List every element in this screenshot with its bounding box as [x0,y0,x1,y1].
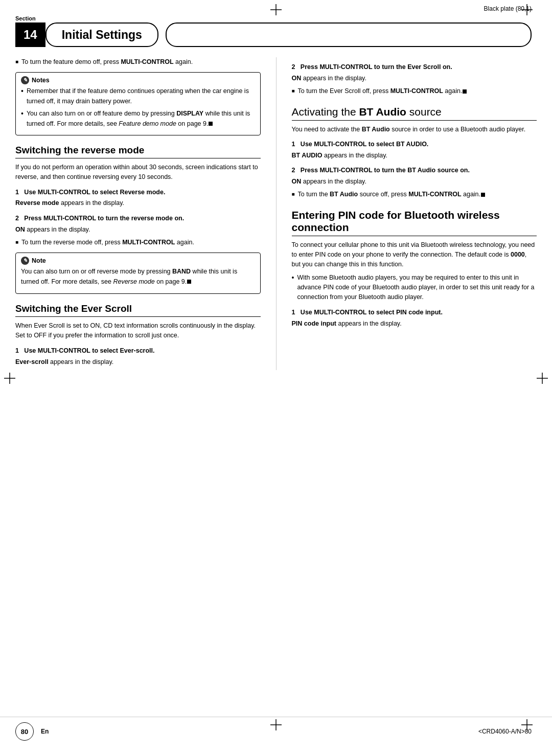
switching-ever-scroll-heading: Switching the Ever Scroll [15,303,261,317]
note-reverse-title: ✎ Note [21,257,255,265]
note-text-2: You can also turn on or off feature demo… [27,109,255,129]
square-bullet-icon: ■ [15,57,18,66]
step2-bt-heading: 2 Press MULTI-CONTROL to turn the BT Aud… [292,166,537,175]
note-icon: ✎ [21,76,29,84]
page-number: 80 [21,728,28,736]
entering-pin-bullet: • With some Bluetooth audio players, you… [292,273,537,303]
step2-everscroll-on: ON appears in the display. [292,74,537,83]
switching-reverse-body: If you do not perform an operation withi… [15,163,261,182]
step2-bt-bullet: ■ To turn the BT Audio source off, press… [292,190,537,199]
step1-reverse-heading: 1 Use MULTI-CONTROL to select Reverse mo… [15,188,261,197]
step2-everscroll-bullet-text: To turn the Ever Scroll off, press MULTI… [298,86,467,96]
step2-reverse-bullet-text: To turn the reverse mode off, press MULT… [21,238,194,247]
entering-pin-intro: To connect your cellular phone to this u… [292,240,537,270]
footer-en-label: En [41,728,49,735]
step2-everscroll-heading: 2 Press MULTI-CONTROL to turn the Ever S… [292,62,537,72]
footer: 80 En <CRD4060-A/N>80 [0,717,552,746]
note-icon-2: ✎ [21,257,29,265]
square-bullet-icon-3: ■ [292,86,295,96]
step2-reverse-heading: 2 Press MULTI-CONTROL to turn the revers… [15,214,261,223]
column-divider [276,57,277,370]
step2-reverse-bullet: ■ To turn the reverse mode off, press MU… [15,238,261,247]
section-label: Section [15,15,532,21]
header-right-box [166,22,532,47]
step1-bt-heading: 1 Use MULTI-CONTROL to select BT AUDIO. [292,140,537,149]
crosshair-middle-right [537,373,548,384]
activating-bt-intro: You need to activate the BT Audio source… [292,125,537,134]
switching-reverse-section: Switching the reverse mode If you do not… [15,145,261,294]
step1-pin-heading: 1 Use MULTI-CONTROL to select PIN code i… [292,308,537,317]
note-item-1: • Remember that if the feature demo cont… [21,86,255,106]
step1-everscroll-heading: 1 Use MULTI-CONTROL to select Ever-scrol… [15,346,261,356]
step1-bt-body: BT AUDIO appears in the display. [292,151,537,161]
notes-title: ✎ Notes [21,76,255,84]
entering-pin-section: Entering PIN code for Bluetooth wireless… [292,209,537,329]
step1-everscroll-body: Ever-scroll appears in the display. [15,357,261,367]
intro-bullet: ■ To turn the feature demo off, press MU… [15,57,261,67]
step2-everscroll-bullet: ■ To turn the Ever Scroll off, press MUL… [292,86,537,96]
step2-bt-on: ON appears in the display. [292,177,537,187]
square-bullet-icon-2: ■ [15,238,18,247]
note-text-1: Remember that if the feature demo contin… [27,86,255,106]
step1-reverse-body: Reverse mode appears in the display. [15,198,261,208]
entering-pin-bullet-text: With some Bluetooth audio players, you m… [297,273,537,303]
ever-scroll-cont: 2 Press MULTI-CONTROL to turn the Ever S… [292,62,537,97]
crosshair-middle-left [4,373,15,384]
note-box-reverse: ✎ Note You can also turn on or off rever… [15,253,261,294]
content-area: ■ To turn the feature demo off, press MU… [0,47,552,380]
switching-ever-scroll-section: Switching the Ever Scroll When Ever Scro… [15,303,261,367]
step2-reverse-on: ON appears in the display. [15,225,261,235]
note-item-2: • You can also turn on or off feature de… [21,109,255,129]
notes-label: Notes [32,77,50,84]
footer-left: 80 En [15,722,49,741]
switching-ever-scroll-body: When Ever Scroll is set to ON, CD text i… [15,321,261,341]
section-number-box: 14 [15,22,45,47]
entering-pin-heading: Entering PIN code for Bluetooth wireless… [292,209,537,236]
step2-bt-bullet-text: To turn the BT Audio source off, press M… [298,190,486,199]
left-column: ■ To turn the feature demo off, press MU… [15,57,261,370]
square-bullet-icon-4: ■ [292,190,295,199]
step1-pin-body: PIN code input appears in the display. [292,319,537,329]
switching-reverse-heading: Switching the reverse mode [15,145,261,158]
activating-bt-heading: Activating the BT Audio source [292,106,537,121]
note-reverse-body: You can also turn on or off reverse mode… [21,267,255,287]
activating-bt-section: Activating the BT Audio source You need … [292,106,537,200]
intro-bullet-text: To turn the feature demo off, press MULT… [21,57,193,67]
right-column: 2 Press MULTI-CONTROL to turn the Ever S… [292,57,537,370]
section-title-box: Initial Settings [45,22,158,47]
bullet-icon-3: • [292,273,294,283]
bullet-icon-1: • [21,86,24,97]
notes-box: ✎ Notes • Remember that if the feature d… [15,72,261,135]
note-reverse-label: Note [32,257,46,264]
bullet-icon-2: • [21,109,24,119]
footer-product-code: <CRD4060-A/N>80 [478,728,532,735]
page-number-box: 80 [15,722,34,741]
page: Black plate (80,1) Section 14 Initial Se… [0,0,552,756]
